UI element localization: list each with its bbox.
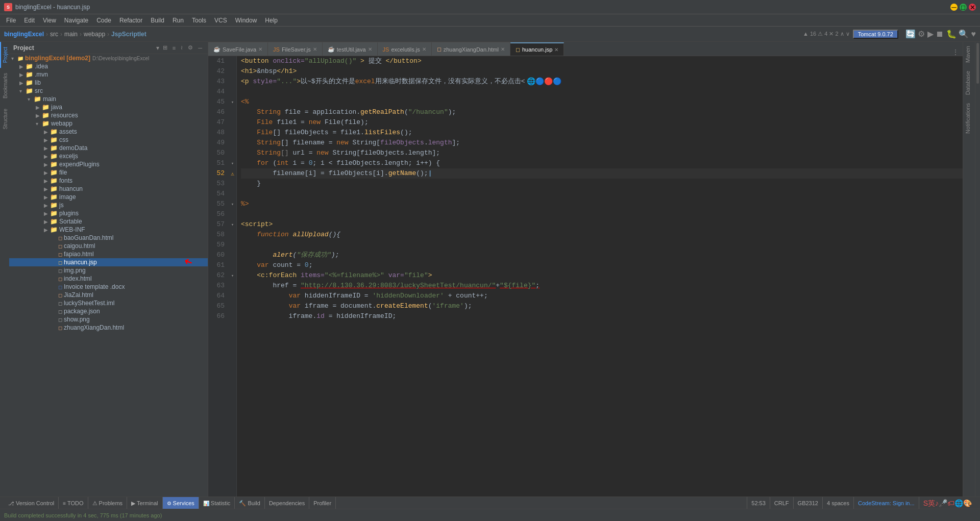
tree-fonts[interactable]: ▶ 📁 fonts <box>9 177 208 185</box>
menu-help[interactable]: Help <box>261 14 282 27</box>
menu-navigate[interactable]: Navigate <box>60 14 92 27</box>
tree-resources[interactable]: ▶ 📁 resources <box>9 111 208 119</box>
status-services[interactable]: ⚙ Services <box>163 497 199 509</box>
menu-vcs[interactable]: VCS <box>210 14 231 27</box>
menu-tools[interactable]: Tools <box>188 14 210 27</box>
tree-lib[interactable]: ▶ 📁 lib <box>9 79 208 87</box>
status-todo[interactable]: ≡ TODO <box>59 497 88 509</box>
status-problems[interactable]: ⚠ Problems <box>88 497 128 509</box>
tree-show[interactable]: ▶ ◻ show.png <box>9 315 208 324</box>
tab-excelutils-close[interactable]: ✕ <box>422 46 426 52</box>
tree-js[interactable]: ▶ 📁 js <box>9 201 208 209</box>
menu-build[interactable]: Build <box>146 14 168 27</box>
tree-jiazai[interactable]: ▶ ◻ JiaZai.html <box>9 291 208 299</box>
minimize-button[interactable]: ─ <box>950 4 958 11</box>
tab-huancun-close[interactable]: ✕ <box>554 47 558 53</box>
tree-css[interactable]: ▶ 📁 css <box>9 136 208 144</box>
tree-idea[interactable]: ▶ 📁 .idea <box>9 62 208 70</box>
sidebar-tab-structure[interactable]: Structure <box>0 104 9 135</box>
menu-window[interactable]: Window <box>231 14 261 27</box>
breadcrumb-main[interactable]: main <box>64 31 78 38</box>
warning-count[interactable]: ▲ 16 ⚠ 4 ✕ 2 ∧ ∨ <box>803 31 850 37</box>
menu-refactor[interactable]: Refactor <box>115 14 146 27</box>
tab-excelutils[interactable]: JS excelutils.js ✕ <box>378 42 432 56</box>
tree-image[interactable]: ▶ 📁 image <box>9 193 208 201</box>
maximize-button[interactable]: □ <box>960 4 967 11</box>
status-statistic[interactable]: 📊 Statistic <box>199 497 235 509</box>
tab-huancun[interactable]: ◻ huancun.jsp ✕ <box>510 42 564 56</box>
tree-huancun[interactable]: ▶ 📁 huancun <box>9 185 208 193</box>
tree-sortable[interactable]: ▶ 📁 Sortable <box>9 217 208 226</box>
sidebar-tab-bookmarks[interactable]: Bookmarks <box>0 68 9 104</box>
menu-run[interactable]: Run <box>168 14 188 27</box>
status-dependencies[interactable]: Dependencies <box>265 497 309 509</box>
project-panel-btn2[interactable]: ≡ <box>171 44 177 52</box>
status-terminal[interactable]: ▶ Terminal <box>127 497 162 509</box>
tab-filesaver-close[interactable]: ✕ <box>313 46 317 52</box>
code-content[interactable]: <button onclick= "allUpload()" > 提交 </bu… <box>237 56 963 497</box>
tree-huancun-jsp[interactable]: ▶ ◻ huancun.jsp ➜ <box>9 258 208 266</box>
tree-file[interactable]: ▶ 📁 file <box>9 168 208 177</box>
tree-java[interactable]: ▶ 📁 java <box>9 103 208 111</box>
breadcrumb-src[interactable]: src <box>50 31 58 38</box>
notifications-panel-label[interactable]: Notifications <box>963 99 975 138</box>
menu-code[interactable]: Code <box>92 14 115 27</box>
tree-exceljs[interactable]: ▶ 📁 exceljs <box>9 152 208 160</box>
code-line-66: iframe. id = hiddenIframeID; <box>241 311 963 321</box>
tab-testutil[interactable]: ☕ testUtil.java ✕ <box>323 42 378 56</box>
menu-file[interactable]: File <box>2 14 20 27</box>
tomcat-button[interactable]: Tomcat 9.0.72 <box>853 30 898 39</box>
vertical-scrollbar[interactable] <box>975 42 980 497</box>
status-build[interactable]: 🔨 Build <box>235 497 265 509</box>
status-profiler[interactable]: Profiler <box>309 497 336 509</box>
maven-panel-label[interactable]: Maven <box>963 42 975 67</box>
project-panel-btn1[interactable]: ⊞ <box>161 44 169 52</box>
terminal-icon: ▶ <box>131 500 135 506</box>
jiazai-file-icon: ◻ <box>58 292 62 298</box>
tree-demodata[interactable]: ▶ 📁 demoData <box>9 144 208 152</box>
tab-filesaver[interactable]: JS FileSaver.js ✕ <box>268 42 323 56</box>
breadcrumb-project[interactable]: binglingExcel <box>4 31 44 38</box>
status-version-control[interactable]: ⎇ Version Control <box>4 497 59 509</box>
tree-root[interactable]: ▾ 📁 binglingExcel [demo2] D:\Develop\bin… <box>9 54 208 62</box>
tree-expendplugins[interactable]: ▶ 📁 expendPlugins <box>9 160 208 168</box>
tree-src[interactable]: ▾ 📁 src <box>9 87 208 95</box>
tree-lucky[interactable]: ▶ ◻ luckySheetTest.iml <box>9 299 208 307</box>
project-panel-btn3[interactable]: ≀ <box>179 44 184 52</box>
tab-savefile-close[interactable]: ✕ <box>258 46 262 52</box>
codestream-label[interactable]: CodeStream: Sign in... <box>853 497 919 509</box>
tab-testutil-close[interactable]: ✕ <box>368 46 372 52</box>
code-line-46: String file = application. getRealPath (… <box>241 107 963 117</box>
tab-excelutils-icon: JS <box>383 46 389 53</box>
tree-assets[interactable]: ▶ 📁 assets <box>9 128 208 136</box>
tree-caigou[interactable]: ▶ ◻ caigou.html <box>9 242 208 250</box>
menu-edit[interactable]: Edit <box>20 14 39 27</box>
database-panel-label[interactable]: Database <box>963 67 975 99</box>
tree-baoguan[interactable]: ▶ ◻ baoGuanDan.html <box>9 234 208 242</box>
tree-img[interactable]: ▶ ◻ img.png <box>9 266 208 275</box>
tree-plugins[interactable]: ▶ 📁 plugins <box>9 209 208 217</box>
tree-fapiao[interactable]: ▶ ◻ fapiao.html <box>9 250 208 258</box>
tree-index[interactable]: ▶ ◻ index.html <box>9 275 208 283</box>
tree-package[interactable]: ▶ ◻ package.json <box>9 307 208 315</box>
sidebar-tab-project[interactable]: Project <box>0 42 9 68</box>
tab-zhuang-close[interactable]: ✕ <box>501 46 505 52</box>
image-label: image <box>59 193 76 201</box>
tab-zhuang[interactable]: ◻ zhuangXiangDan.html ✕ <box>432 42 510 56</box>
tab-savefile[interactable]: ☕ SaveFile.java ✕ <box>208 42 268 56</box>
tree-mvn[interactable]: ▶ 📁 .mvn <box>9 70 208 79</box>
breadcrumb-webapp[interactable]: webapp <box>84 31 105 38</box>
tab-settings-icon[interactable]: ⋮ <box>948 48 963 56</box>
project-panel-minimize[interactable]: ─ <box>197 44 204 52</box>
project-dropdown-icon[interactable]: ▾ <box>156 44 159 52</box>
project-panel-settings[interactable]: ⚙ <box>186 44 194 52</box>
package-label: package.json <box>64 308 100 315</box>
tree-invoice[interactable]: ▶ ◻ Invoice template .docx <box>9 283 208 291</box>
tree-zhuang[interactable]: ▶ ◻ zhuangXiangDan.html <box>9 324 208 332</box>
code-line-57: <script> <box>241 219 963 230</box>
menu-view[interactable]: View <box>39 14 60 27</box>
tree-webapp[interactable]: ▾ 📁 webapp <box>9 119 208 128</box>
tree-webinf[interactable]: ▶ 📁 WEB-INF <box>9 226 208 234</box>
tree-main[interactable]: ▾ 📁 main <box>9 95 208 103</box>
close-button[interactable]: ✕ <box>969 4 976 11</box>
